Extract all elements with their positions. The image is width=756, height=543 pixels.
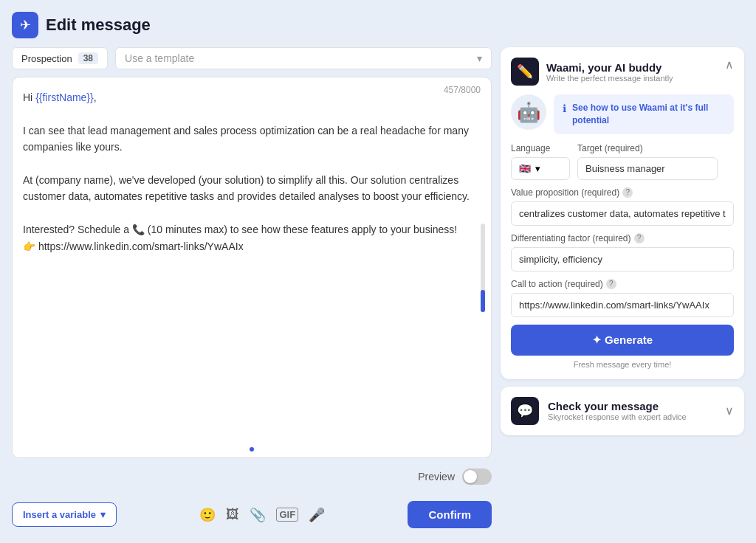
language-select[interactable]: 🇬🇧 ▾: [511, 157, 570, 180]
language-field-group: Language 🇬🇧 ▾: [511, 143, 570, 180]
ai-card: ✏️ Waami, your AI buddy Write the perfec…: [501, 47, 744, 379]
value-prop-input[interactable]: [511, 201, 734, 226]
preview-toggle[interactable]: [462, 468, 492, 485]
editor-toolbar: Prospection 38 Use a template ▾: [12, 47, 492, 69]
tag-label: Prospection: [21, 53, 72, 64]
ai-icon: ✏️: [511, 58, 539, 86]
scroll-dot: [250, 447, 254, 452]
insert-variable-label: Insert a variable: [23, 509, 96, 520]
language-label: Language: [511, 143, 570, 153]
chevron-down-icon[interactable]: ∨: [725, 404, 734, 418]
firstname-variable: {{firstName}}: [35, 91, 94, 103]
gif-icon[interactable]: GIF: [276, 508, 298, 522]
ai-card-header: ✏️ Waami, your AI buddy Write the perfec…: [511, 58, 734, 86]
ai-title-block: Waami, your AI buddy Write the perfect m…: [546, 61, 673, 83]
cta-input[interactable]: [511, 293, 734, 317]
left-panel: Prospection 38 Use a template ▾ 457/8000…: [12, 47, 492, 531]
microphone-icon[interactable]: 🎤: [309, 507, 325, 523]
tag-badge: Prospection 38: [12, 47, 108, 69]
template-dropdown[interactable]: Use a template ▾: [115, 47, 492, 69]
toggle-knob: [464, 470, 477, 483]
target-field-group: Target (required): [577, 143, 734, 180]
editor-para-3: Interested? Schedule a 📞 (10 minutes max…: [23, 221, 470, 255]
tag-count: 38: [78, 52, 98, 64]
preview-row: Preview: [12, 466, 492, 488]
info-badge-icon-2: ?: [634, 233, 645, 243]
right-panel: ✏️ Waami, your AI buddy Write the perfec…: [501, 47, 744, 531]
message-editor: 457/8000 Hi {{firstName}}, I can see tha…: [12, 77, 492, 458]
editor-content[interactable]: Hi {{firstName}}, I can see that lead ma…: [13, 77, 491, 457]
value-prop-group: Value proposition (required) ?: [511, 187, 734, 226]
emoji-icon[interactable]: 🙂: [199, 507, 216, 523]
attachment-icon[interactable]: 📎: [250, 507, 266, 523]
chevron-down-icon: ▾: [477, 52, 482, 64]
insert-variable-button[interactable]: Insert a variable ▾: [12, 502, 117, 527]
ai-subtitle: Write the perfect message instantly: [546, 74, 673, 83]
check-icon: 💬: [511, 397, 539, 425]
preview-label: Preview: [418, 471, 455, 483]
toolbar-icons: 🙂 🖼 📎 GIF 🎤: [199, 507, 325, 523]
chevron-down-icon: ▾: [100, 509, 106, 520]
template-placeholder: Use a template: [125, 52, 194, 64]
ai-header-left: ✏️ Waami, your AI buddy Write the perfec…: [511, 58, 673, 86]
check-subtitle: Skyrocket response with expert advice: [548, 412, 716, 421]
diff-factor-label: Differentiating factor (required) ?: [511, 233, 734, 243]
confirm-button[interactable]: Confirm: [408, 501, 492, 528]
page-header: ✈ Edit message: [12, 12, 744, 38]
page-title: Edit message: [46, 15, 151, 35]
bottom-toolbar: Insert a variable ▾ 🙂 🖼 📎 GIF 🎤 Confirm: [12, 495, 492, 531]
diff-factor-input[interactable]: [511, 247, 734, 272]
robot-avatar: 🤖: [511, 94, 546, 130]
flag-icon: 🇬🇧: [519, 163, 531, 174]
info-icon: ℹ: [563, 103, 566, 114]
info-text: See how to use Waami at it's full potent…: [572, 102, 725, 127]
info-banner[interactable]: ℹ See how to use Waami at it's full pote…: [554, 94, 734, 134]
generate-hint: Fresh message every time!: [511, 360, 734, 369]
info-badge-icon-3: ?: [606, 279, 616, 289]
lang-chevron-icon: ▾: [535, 163, 540, 174]
cta-group: Call to action (required) ?: [511, 279, 734, 317]
generate-label: ✦ Generate: [592, 333, 653, 347]
image-icon[interactable]: 🖼: [226, 507, 239, 522]
ai-title: Waami, your AI buddy: [546, 61, 673, 74]
value-prop-label: Value proposition (required) ?: [511, 187, 734, 198]
app-icon: ✈: [12, 12, 38, 38]
editor-para-1: I can see that lead management and sales…: [23, 122, 470, 156]
target-input[interactable]: [577, 157, 718, 180]
char-count: 457/8000: [444, 85, 481, 95]
target-label: Target (required): [577, 143, 734, 153]
chevron-up-icon[interactable]: ∧: [725, 58, 734, 72]
scrollbar-thumb: [481, 290, 485, 312]
check-message-card[interactable]: 💬 Check your message Skyrocket response …: [501, 387, 744, 435]
generate-button[interactable]: ✦ Generate: [511, 325, 734, 356]
check-text-block: Check your message Skyrocket response wi…: [548, 400, 716, 421]
language-target-row: Language 🇬🇧 ▾ Target (required): [511, 143, 734, 180]
scrollbar[interactable]: [481, 224, 485, 312]
diff-factor-group: Differentiating factor (required) ?: [511, 233, 734, 272]
content-area: Prospection 38 Use a template ▾ 457/8000…: [12, 47, 744, 531]
editor-para-2: At (company name), we've developed (your…: [23, 172, 470, 205]
cta-label: Call to action (required) ?: [511, 279, 734, 289]
info-badge-icon: ?: [622, 187, 633, 198]
check-title: Check your message: [548, 400, 716, 412]
